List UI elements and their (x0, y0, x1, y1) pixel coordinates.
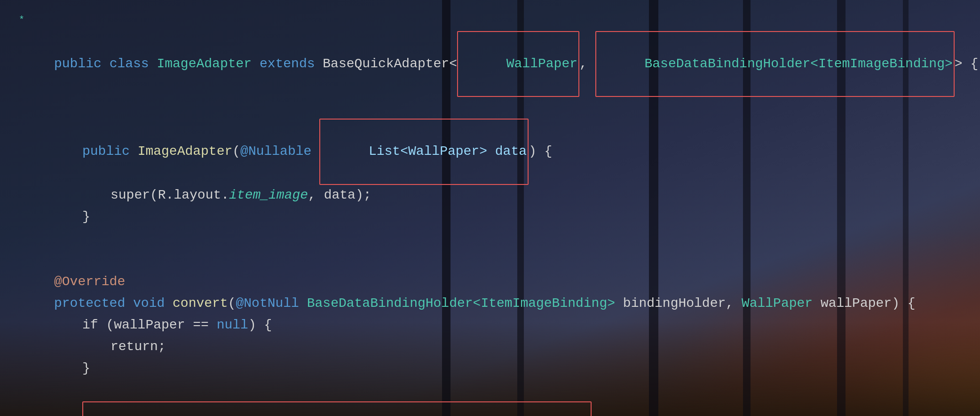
return-stmt: return; (111, 336, 166, 358)
code-line-0: * (19, 9, 961, 31)
param-wallpaper: wallPaper) { (813, 293, 915, 314)
keyword-class: class (110, 54, 157, 75)
annotation-nullable: @Nullable (240, 141, 319, 162)
convert-paren: ( (228, 293, 236, 314)
type-basedatabinding: BaseDataBindingHolder<ItemImageBinding> (644, 56, 952, 71)
class-name-imageadapter: ImageAdapter (157, 54, 259, 75)
code-line-3: public ImageAdapter ( @Nullable List<Wal… (19, 119, 961, 184)
type-wallpaper-2: WallPaper (742, 293, 813, 314)
super-close: , data); (308, 185, 371, 206)
paren-close-brace: ) { (529, 141, 552, 162)
annotation-override: @Override (54, 272, 125, 293)
annotation-notnull: @NotNull (236, 293, 307, 314)
closing-brace-constructor: } (82, 207, 90, 228)
super-call: super(R.layout. (111, 185, 229, 206)
class-decl-end: > { (955, 54, 978, 75)
keyword-null-1: null (217, 315, 248, 336)
highlight-list-wallpaper: List<WallPaper> data (319, 119, 529, 184)
keyword-extends: extends (260, 54, 323, 75)
keyword-void: void (133, 293, 173, 314)
code-line-14: ItemImageBinding binding = bindingHolder… (19, 401, 961, 416)
layout-name: item_image (229, 185, 308, 206)
code-line-4: super(R.layout. item_image , data); (19, 185, 961, 207)
code-line-blank-3 (19, 250, 961, 272)
star-icon: * (19, 13, 24, 28)
code-line-8: @Override (19, 272, 961, 293)
closing-if-brace: } (82, 358, 90, 379)
code-line-10: if (wallPaper == null ) { (19, 315, 961, 336)
keyword-public: public (54, 54, 110, 75)
code-line-11: return; (19, 336, 961, 358)
method-imageadapter: ImageAdapter (138, 141, 233, 162)
comma-sep: , (579, 54, 595, 75)
code-line-5: } (19, 207, 961, 228)
code-line-9: protected void convert ( @NotNull BaseDa… (19, 293, 961, 315)
if-wallpaper: if (wallPaper == (82, 315, 217, 336)
highlight-wallpaper: WallPaper (457, 31, 579, 97)
method-convert: convert (173, 293, 228, 314)
gutter-indicator: * (19, 13, 24, 28)
param-bindingholder: bindingHolder, (615, 293, 742, 314)
highlight-basedatabinding: BaseDataBindingHolder<ItemImageBinding> (595, 31, 955, 97)
keyword-public-2: public (82, 141, 138, 162)
keyword-protected: protected (54, 293, 133, 314)
base-class-start: BaseQuickAdapter< (323, 54, 457, 75)
type-basedatabinding-2: BaseDataBindingHolder<ItemImageBinding> (307, 293, 615, 314)
paren-open: ( (232, 141, 240, 162)
type-wallpaper: WallPaper (506, 56, 577, 71)
highlight-getdatabinding: ItemImageBinding binding = bindingHolder… (82, 401, 592, 416)
code-line-12: } (19, 358, 961, 380)
code-line-blank-4 (19, 380, 961, 401)
param-list-wallpaper: List<WallPaper> data (369, 144, 527, 159)
code-line-blank-1 (19, 97, 961, 119)
code-line-1: public class ImageAdapter extends BaseQu… (19, 31, 961, 97)
code-editor: * public class ImageAdapter extends Base… (0, 0, 980, 416)
if-open-brace: ) { (248, 315, 272, 336)
code-line-blank-2 (19, 228, 961, 250)
